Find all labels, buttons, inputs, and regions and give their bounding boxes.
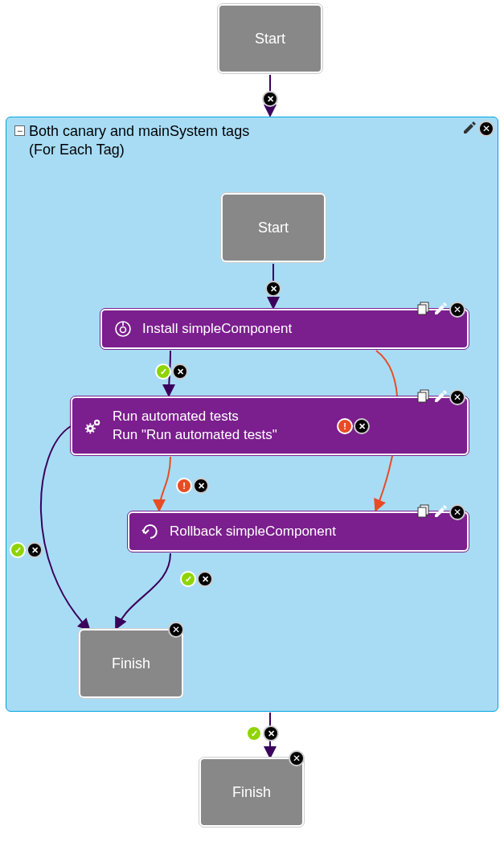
- rollback-delete-icon[interactable]: ✕: [449, 504, 465, 520]
- svg-line-15: [93, 425, 94, 425]
- outer-finish-delete-icon[interactable]: ✕: [289, 750, 305, 766]
- install-copy-icon[interactable]: [417, 302, 432, 316]
- tests-delete-icon[interactable]: ✕: [449, 389, 465, 405]
- tests-copy-icon[interactable]: [417, 389, 432, 404]
- container-title: Both canary and mainSystem tags (For Eac…: [29, 122, 249, 160]
- svg-line-13: [93, 431, 94, 432]
- outer-finish-node[interactable]: Finish ✕: [199, 758, 304, 827]
- inner-start-label: Start: [258, 220, 289, 236]
- edge-container-success-delete[interactable]: ✕: [263, 725, 279, 741]
- rollback-label: Rollback simpleComponent: [170, 523, 336, 541]
- install-delete-icon[interactable]: ✕: [449, 302, 465, 318]
- gears-icon: [84, 417, 103, 436]
- edge-install-fail-delete[interactable]: ✕: [354, 418, 370, 434]
- edge-install-success-delete[interactable]: ✕: [172, 363, 188, 380]
- svg-rect-17: [418, 392, 426, 402]
- edge-install-success-badge[interactable]: ✓: [155, 363, 171, 380]
- rollback-copy-icon[interactable]: [417, 504, 432, 519]
- svg-point-7: [96, 421, 98, 423]
- tests-node[interactable]: Run automated tests Run "Run automated t…: [71, 396, 469, 455]
- tests-edit-icon[interactable]: [433, 389, 448, 404]
- outer-start-node[interactable]: Start: [218, 4, 322, 73]
- edge-tests-success-delete[interactable]: ✕: [27, 542, 43, 558]
- svg-rect-3: [418, 305, 426, 314]
- edge-tests-fail-badge[interactable]: !: [176, 478, 192, 494]
- edge-install-fail-badge[interactable]: !: [337, 418, 353, 434]
- rollback-node[interactable]: Rollback simpleComponent ✕: [128, 511, 469, 552]
- container-edit-icon[interactable]: [462, 121, 477, 135]
- inner-finish-node[interactable]: Finish ✕: [79, 629, 183, 698]
- edge-start-to-container-delete[interactable]: ✕: [262, 91, 278, 107]
- edge-container-success-badge[interactable]: ✓: [246, 725, 262, 741]
- outer-start-label: Start: [255, 31, 285, 47]
- rollback-edit-icon[interactable]: [433, 504, 448, 519]
- svg-point-1: [121, 327, 126, 333]
- inner-finish-delete-icon[interactable]: ✕: [168, 622, 184, 638]
- install-node[interactable]: Install simpleComponent ✕: [100, 309, 469, 349]
- edge-inner-start-to-install-delete[interactable]: ✕: [265, 281, 281, 297]
- svg-rect-19: [418, 507, 426, 517]
- svg-line-12: [87, 425, 88, 425]
- install-edit-icon[interactable]: [433, 302, 448, 316]
- tests-label-block: Run automated tests Run "Run automated t…: [113, 408, 277, 445]
- edge-rollback-success-badge[interactable]: ✓: [180, 571, 196, 587]
- edge-tests-success-badge[interactable]: ✓: [10, 542, 26, 558]
- rollback-icon: [141, 522, 160, 541]
- edge-tests-fail-delete[interactable]: ✕: [193, 478, 209, 494]
- container-delete-icon[interactable]: ✕: [478, 121, 494, 137]
- collapse-icon[interactable]: −: [14, 125, 25, 136]
- edge-rollback-success-delete[interactable]: ✕: [197, 571, 213, 587]
- install-label: Install simpleComponent: [142, 320, 292, 339]
- inner-finish-label: Finish: [112, 655, 150, 672]
- outer-finish-label: Finish: [232, 784, 271, 801]
- install-icon: [113, 319, 133, 339]
- inner-start-node[interactable]: Start: [221, 193, 326, 262]
- svg-point-5: [88, 426, 92, 429]
- svg-line-14: [87, 431, 88, 432]
